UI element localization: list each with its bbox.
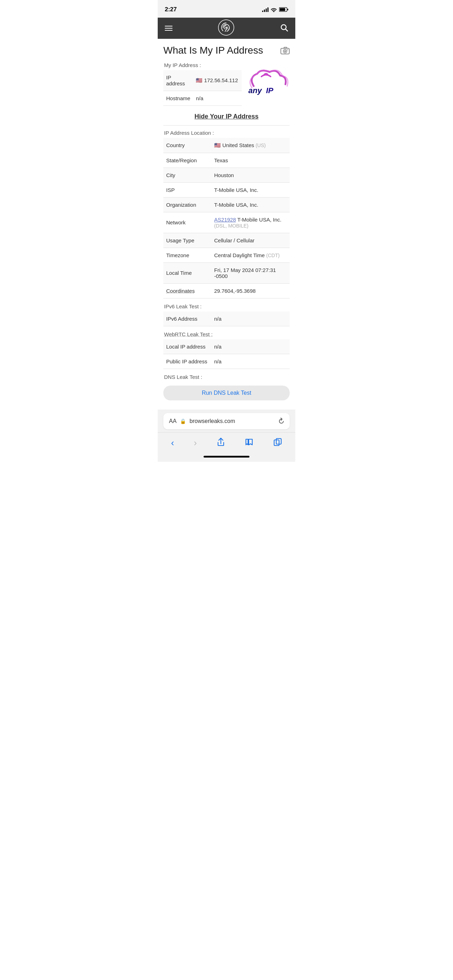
city-value: Houston [211, 167, 290, 182]
camera-icon[interactable] [280, 46, 290, 56]
public-ip-value: n/a [211, 354, 290, 369]
ip-location-table: Country 🇺🇸 United States (US) State/Regi… [163, 138, 290, 298]
svg-rect-10 [287, 49, 288, 50]
coordinates-row: Coordinates 29.7604,-95.3698 [163, 283, 290, 298]
page-title: What Is My IP Address [163, 45, 263, 56]
home-indicator-bar [203, 456, 250, 458]
svg-text:any: any [248, 86, 262, 95]
network-as-link[interactable]: AS21928 [214, 216, 236, 223]
url-bar-container: AA 🔒 browserleaks.com ↻ [158, 410, 295, 432]
search-button[interactable] [280, 23, 288, 33]
state-label: State/Region [163, 153, 211, 167]
ipv6-section-label: IPv6 Leak Test : [163, 303, 290, 309]
timezone-value: Central Daylight Time (CDT) [211, 248, 290, 262]
coordinates-label: Coordinates [163, 283, 211, 298]
hide-ip-link[interactable]: Hide Your IP Address [194, 113, 258, 120]
wifi-icon [270, 7, 277, 12]
tabs-button[interactable] [270, 436, 285, 450]
public-ip-label: Public IP address [163, 354, 211, 369]
svg-rect-2 [280, 8, 285, 11]
dns-button-row: Run DNS Leak Test [158, 382, 295, 404]
share-button[interactable] [213, 436, 229, 450]
org-row: Organization T-Mobile USA, Inc. [163, 197, 290, 212]
state-row: State/Region Texas [163, 153, 290, 167]
anyip-logo: any IP [242, 67, 290, 96]
country-label: Country [163, 138, 211, 153]
home-indicator [158, 453, 295, 462]
network-row: Network AS21928 T-Mobile USA, Inc. (DSL,… [163, 212, 290, 233]
reload-button[interactable]: ↻ [275, 415, 286, 426]
coordinates-value: 29.7604,-95.3698 [211, 283, 290, 298]
forward-button[interactable]: › [190, 436, 200, 450]
timezone-row: Timezone Central Daylight Time (CDT) [163, 248, 290, 262]
city-label: City [163, 167, 211, 182]
battery-icon [279, 7, 288, 12]
local-ip-value: n/a [211, 339, 290, 354]
isp-value: T-Mobile USA, Inc. [211, 182, 290, 197]
local-ip-row: Local IP address n/a [163, 339, 290, 354]
ipv6-value: n/a [211, 312, 290, 326]
ip-address-label: IP address [163, 70, 193, 91]
timezone-label: Timezone [163, 248, 211, 262]
local-ip-label: Local IP address [163, 339, 211, 354]
usage-row: Usage Type Cellular / Cellular [163, 233, 290, 248]
network-value: AS21928 T-Mobile USA, Inc. (DSL, MOBILE) [211, 212, 290, 233]
url-display[interactable]: browserleaks.com [189, 418, 235, 425]
ip-basic-table: IP address 🇺🇸 172.56.54.112 Hostname n/a [163, 70, 242, 106]
ipv6-table: IPv6 Address n/a [163, 312, 290, 326]
isp-row: ISP T-Mobile USA, Inc. [163, 182, 290, 197]
usage-value: Cellular / Cellular [211, 233, 290, 248]
us-flag-icon: 🇺🇸 [196, 77, 202, 83]
signal-bars-icon [262, 7, 269, 12]
page-title-row: What Is My IP Address [163, 45, 290, 56]
country-flag-icon: 🇺🇸 [214, 142, 222, 148]
state-value: Texas [211, 153, 290, 167]
webrtc-section-label: WebRTC Leak Test : [163, 331, 290, 337]
nav-bar [158, 18, 295, 39]
usage-label: Usage Type [163, 233, 211, 248]
org-value: T-Mobile USA, Inc. [211, 197, 290, 212]
country-value: 🇺🇸 United States (US) [211, 138, 290, 153]
ipv6-row: IPv6 Address n/a [163, 312, 290, 326]
nav-logo [218, 19, 234, 37]
svg-text:IP: IP [266, 86, 273, 95]
dns-section-label: DNS Leak Test : [163, 374, 290, 380]
isp-label: ISP [163, 182, 211, 197]
menu-button[interactable] [165, 26, 173, 31]
status-icons [262, 7, 288, 12]
local-time-row: Local Time Fri, 17 May 2024 07:27:31 -05… [163, 262, 290, 283]
run-dns-button[interactable]: Run DNS Leak Test [163, 386, 290, 400]
url-bar: AA 🔒 browserleaks.com ↻ [163, 413, 290, 430]
network-label: Network [163, 212, 211, 233]
ip-location-section-label: IP Address Location : [163, 130, 290, 136]
bookmarks-button[interactable] [241, 436, 257, 450]
status-bar: 2:27 [158, 0, 295, 18]
org-label: Organization [163, 197, 211, 212]
hostname-row: Hostname n/a [163, 91, 242, 105]
country-row: Country 🇺🇸 United States (US) [163, 138, 290, 153]
ip-address-value: 🇺🇸 172.56.54.112 [193, 70, 242, 91]
status-time: 2:27 [165, 6, 177, 13]
local-time-label: Local Time [163, 262, 211, 283]
city-row: City Houston [163, 167, 290, 182]
hostname-label: Hostname [163, 91, 193, 105]
svg-point-9 [285, 51, 286, 52]
svg-line-6 [286, 29, 288, 32]
ip-address-row: IP address 🇺🇸 172.56.54.112 [163, 70, 242, 91]
main-content: What Is My IP Address My IP Address : IP… [158, 39, 295, 380]
public-ip-row: Public IP address n/a [163, 354, 290, 369]
svg-rect-1 [287, 9, 288, 10]
lock-icon: 🔒 [180, 418, 186, 424]
webrtc-table: Local IP address n/a Public IP address n… [163, 339, 290, 369]
local-time-value: Fri, 17 May 2024 07:27:31 -0500 [211, 262, 290, 283]
url-bar-left: AA 🔒 browserleaks.com [169, 418, 235, 425]
ipv6-label: IPv6 Address [163, 312, 211, 326]
aa-text[interactable]: AA [169, 418, 176, 425]
bottom-nav: ‹ › [158, 432, 295, 453]
back-button[interactable]: ‹ [168, 436, 178, 450]
hide-ip-row: Hide Your IP Address [163, 108, 290, 126]
hostname-value: n/a [193, 91, 242, 105]
